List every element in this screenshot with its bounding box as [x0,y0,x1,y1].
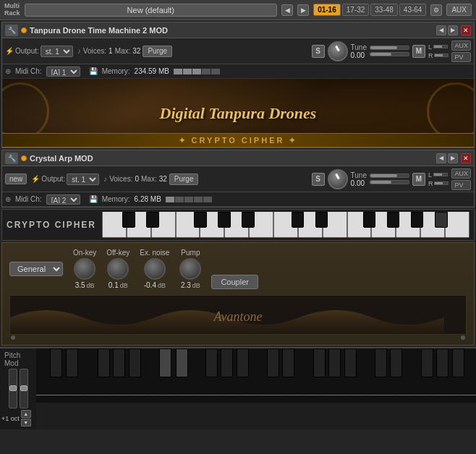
fk-white-13[interactable] [225,395,241,395]
black-key-8[interactable] [363,212,376,228]
fk-white-5[interactable] [99,395,115,395]
inst2-aux-btn[interactable]: AUX [451,168,471,179]
inst1-s-btn[interactable]: S [312,45,325,58]
ex-noise-knob[interactable] [144,258,166,280]
off-key-knob[interactable] [107,258,129,280]
mem-bar-3 [192,69,201,74]
fk-white-17[interactable] [288,395,304,395]
fk-white-27[interactable] [445,395,461,395]
pitch-mod-section: Pitch Mod +1 oct ▲ ▼ [0,348,36,429]
fk-white-23[interactable] [382,395,398,395]
nav-prev-btn[interactable]: ◀ [281,4,293,16]
inst2-nav-next[interactable]: ▶ [448,153,458,163]
fk-white-15[interactable] [256,395,272,395]
fk-white-24[interactable] [398,395,414,395]
black-key-9[interactable] [387,212,400,228]
coupler-section: Coupler [211,247,258,291]
fk-white-16[interactable] [272,395,288,395]
inst1-tune-knob[interactable] [328,41,348,61]
inst2-memory-label: Memory: [102,195,130,203]
black-key-4[interactable] [218,212,231,228]
fk-white-2[interactable] [52,395,68,395]
inst2-output-section: ⚡ Output: st. 1 [31,174,99,185]
oct-up-btn[interactable]: ▲ [21,410,31,418]
inst1-aux-btn[interactable]: AUX [451,40,471,51]
inst1-purge-btn[interactable]: Purge [143,46,172,57]
tab-43-64[interactable]: 43-64 [399,4,427,16]
black-key-7[interactable] [315,212,328,228]
inst2-tune-knob[interactable] [328,169,348,189]
inst2-l-slider[interactable] [433,173,448,176]
fk-white-11[interactable] [193,395,209,395]
fk-white-6[interactable] [115,395,131,395]
fk-white-21[interactable] [350,395,366,395]
inst1-pv-btn[interactable]: PV [451,52,471,62]
crypto-piano-keys[interactable] [102,212,469,238]
inst1-m-btn[interactable]: M [412,45,425,58]
tab-17-32[interactable]: 17-32 [342,4,370,16]
fk-white-25[interactable] [413,395,429,395]
inst1-vol-slider-bottom[interactable] [370,52,409,56]
white-key-15[interactable] [445,212,469,238]
instrument-1-title: Digital Tanpura Drones [160,104,317,123]
fk-white-8-active[interactable] [146,395,162,395]
inst2-vol-slider-top[interactable] [370,174,409,178]
inst2-pv-btn[interactable]: PV [451,180,471,190]
aux-button[interactable]: AUX [446,4,472,16]
inst1-close-btn[interactable]: ✕ [461,25,471,35]
inst2-vol-slider-bottom[interactable] [370,180,409,184]
fk-white-12[interactable] [209,395,225,395]
fk-white-28[interactable] [460,395,476,395]
inst2-purge-btn[interactable]: Purge [169,174,199,185]
black-key-11[interactable] [435,212,448,228]
inst2-close-btn[interactable]: ✕ [461,153,471,163]
black-key-1[interactable] [122,212,135,228]
pitch-slider-2[interactable] [20,369,28,408]
inst1-nav-next[interactable]: ▶ [448,25,458,35]
inst2-r-slider[interactable] [434,181,449,185]
inst2-midi-select[interactable]: [A] 2 [46,194,80,205]
inst2-new-btn[interactable]: new [5,174,27,184]
preset-name[interactable]: New (default) [25,4,278,17]
black-key-6[interactable] [292,212,305,228]
pump-knob[interactable] [179,258,201,280]
fk-white-19[interactable] [319,395,335,395]
inst2-output-select[interactable]: st. 1 [67,174,99,185]
black-key-10[interactable] [411,212,424,228]
on-key-knob[interactable] [74,258,95,280]
settings-icon[interactable]: ⚙ [430,4,442,16]
top-bar: MultiRack New (default) ◀ ▶ 01-16 17-32 … [0,0,476,20]
nav-next-btn[interactable]: ▶ [297,4,309,16]
fk-white-10-active[interactable] [177,395,193,395]
inst1-output-select[interactable]: st. 1 [41,46,73,57]
fk-white-1[interactable] [36,395,52,395]
fk-white-7[interactable] [130,395,146,395]
fk-white-4[interactable] [83,395,99,395]
inst2-nav-prev[interactable]: ◀ [436,153,446,163]
preset-select[interactable]: General [9,262,63,276]
black-key-5[interactable] [242,212,255,228]
fk-white-18[interactable] [303,395,319,395]
fk-white-26[interactable] [429,395,445,395]
fk-white-3[interactable] [67,395,83,395]
oct-down-btn[interactable]: ▼ [21,419,31,427]
inst1-l-slider[interactable] [433,45,448,48]
black-key-3[interactable] [194,212,207,228]
coupler-button[interactable]: Coupler [211,275,258,289]
fk-white-20[interactable] [335,395,351,395]
inst1-r-slider[interactable] [434,53,449,57]
inst1-vol-slider-top[interactable] [370,46,409,50]
inst1-midi-select[interactable]: [A] 1 [46,67,80,77]
tab-01-16[interactable]: 01-16 [313,4,341,16]
full-keyboard[interactable] [36,348,476,403]
inst2-m-btn[interactable]: M [412,173,425,186]
inst1-nav-prev[interactable]: ◀ [436,25,446,35]
inst2-s-btn[interactable]: S [312,173,325,186]
fk-white-22[interactable] [366,395,382,395]
tab-33-48[interactable]: 33-48 [370,4,398,16]
fk-white-9-active[interactable] [162,395,178,395]
black-key-2[interactable] [146,212,159,228]
fk-white-14[interactable] [240,395,256,395]
instrument-1-header: 🔧 Tanpura Drone Time Machine 2 MOD ◀ ▶ ✕ [2,22,474,38]
pitch-slider-1[interactable] [9,369,17,408]
